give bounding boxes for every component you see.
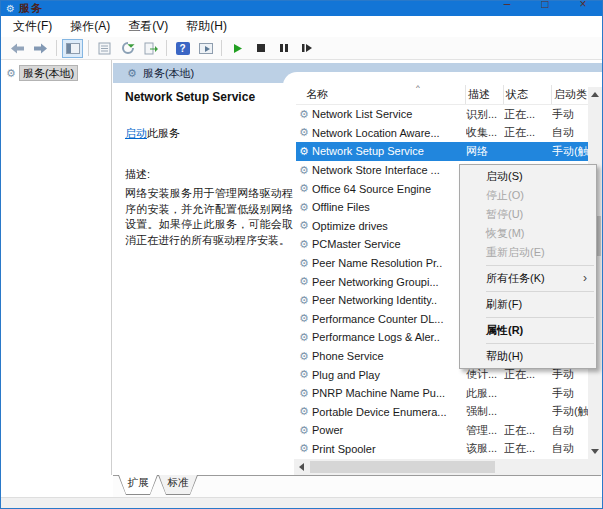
back-icon[interactable] — [7, 39, 28, 58]
forward-icon[interactable] — [30, 39, 51, 58]
toolbar-separator — [221, 40, 222, 56]
scroll-up-icon[interactable] — [588, 87, 602, 102]
service-gear-icon: ⚙ — [296, 145, 312, 158]
properties-icon[interactable] — [94, 39, 115, 58]
service-name-cell: Offline Files — [312, 201, 466, 213]
band-title: 服务(本地) — [143, 66, 194, 81]
stop-service-icon[interactable] — [250, 39, 271, 58]
maximize-button[interactable]: □ — [530, 1, 560, 11]
scroll-down-icon[interactable] — [588, 444, 602, 459]
show-action-pane-icon[interactable] — [195, 39, 216, 58]
pause-service-icon[interactable] — [273, 39, 294, 58]
service-name-cell: PNRP Machine Name Pu... — [312, 387, 466, 399]
service-name-cell: Print Spooler — [312, 443, 466, 455]
service-gear-icon: ⚙ — [296, 350, 312, 363]
column-header-name[interactable]: 名称 ^ — [296, 85, 466, 104]
sort-ascending-icon: ^ — [416, 83, 420, 92]
context-menu-item: 重新启动(E) — [460, 243, 596, 262]
column-header-startup-type[interactable]: 启动类 — [552, 85, 588, 104]
show-console-tree-icon[interactable] — [62, 39, 83, 58]
service-startup-cell: 自动 — [552, 441, 588, 456]
menu-separator — [486, 317, 594, 318]
service-startup-cell: 手动(触 — [552, 404, 588, 419]
extended-info-panel: Network Setup Service 启动此服务 描述: 网络安装服务用于… — [125, 90, 285, 248]
menu-separator — [486, 265, 594, 266]
service-description-cell: 强制... — [466, 404, 504, 419]
menu-bar: 文件(F)操作(A)查看(V)帮助(H) — [1, 16, 602, 37]
start-service-line: 启动此服务 — [125, 126, 285, 141]
service-gear-icon: ⚙ — [296, 368, 312, 381]
window-title: 服务 — [19, 1, 43, 16]
service-startup-cell: 自动 — [552, 125, 588, 140]
service-status-cell: 正在... — [504, 125, 552, 140]
menu-item[interactable]: 帮助(H) — [177, 16, 236, 37]
column-header-status[interactable]: 状态 — [504, 85, 552, 104]
export-list-icon[interactable] — [140, 39, 161, 58]
menu-separator — [486, 343, 594, 344]
services-window: ⚙ 服务 – □ × 文件(F)操作(A)查看(V)帮助(H) ? — [0, 0, 603, 509]
tree-item-services-local[interactable]: ⚙ 服务(本地) — [6, 65, 111, 81]
menu-separator — [486, 291, 594, 292]
service-gear-icon: ⚙ — [296, 294, 312, 307]
service-name-cell: Performance Counter DL... — [312, 313, 466, 325]
service-gear-icon: ⚙ — [296, 219, 312, 232]
service-name-cell: Network List Service — [312, 108, 466, 120]
service-gear-icon: ⚙ — [296, 257, 312, 270]
service-name-cell: Power — [312, 424, 466, 436]
service-gear-icon: ⚙ — [296, 387, 312, 400]
service-startup-cell: 手动 — [552, 367, 588, 382]
services-icon: ⚙ — [127, 67, 137, 80]
service-name-cell: Network Setup Service — [312, 145, 466, 157]
service-row[interactable]: ⚙Power管理...正在...自动 — [296, 421, 588, 440]
context-menu-item[interactable]: 刷新(F) — [460, 295, 596, 314]
service-name-cell: Optimize drives — [312, 220, 466, 232]
menu-item[interactable]: 查看(V) — [119, 16, 177, 37]
column-header-description[interactable]: 描述 — [466, 85, 504, 104]
start-service-icon[interactable] — [227, 39, 248, 58]
description-label: 描述: — [125, 167, 285, 182]
context-menu-item[interactable]: 所有任务(K)› — [460, 269, 596, 288]
service-name-cell: Peer Networking Identity.. — [312, 294, 466, 306]
service-startup-cell: 自动 — [552, 423, 588, 438]
help-icon[interactable]: ? — [172, 39, 193, 58]
tab-extended[interactable]: 扩展 — [118, 475, 158, 495]
horizontal-scrollbar-thumb[interactable] — [310, 461, 495, 473]
service-status-cell: 正在... — [504, 423, 552, 438]
submenu-arrow-icon: › — [583, 269, 587, 288]
service-name-cell: Network Store Interface ... — [312, 164, 466, 176]
context-menu-item[interactable]: 启动(S) — [460, 167, 596, 186]
toolbar-separator — [166, 40, 167, 56]
menu-item[interactable]: 操作(A) — [61, 16, 119, 37]
title-bar[interactable]: ⚙ 服务 – □ × — [1, 1, 602, 16]
service-row[interactable]: ⚙Print Spooler该服...正在...自动 — [296, 440, 588, 459]
restart-service-icon[interactable] — [296, 39, 317, 58]
refresh-icon[interactable] — [117, 39, 138, 58]
service-row[interactable]: ⚙Network Location Aware...收集...正在...自动 — [296, 124, 588, 143]
service-gear-icon: ⚙ — [296, 275, 312, 288]
service-gear-icon: ⚙ — [296, 312, 312, 325]
start-service-link[interactable]: 启动 — [125, 127, 147, 139]
service-gear-icon: ⚙ — [296, 442, 312, 455]
context-menu-item[interactable]: 帮助(H) — [460, 347, 596, 366]
scroll-left-icon[interactable] — [294, 459, 308, 475]
service-description: 网络安装服务用于管理网络驱动程序的安装，并允许配置低级别网络设置。如果停止此服务… — [125, 186, 293, 248]
service-name-cell: Network Location Aware... — [312, 127, 466, 139]
service-row[interactable]: ⚙Network List Service识别...正在...手动 — [296, 105, 588, 124]
tab-standard[interactable]: 标准 — [158, 475, 198, 495]
toolbar-separator — [88, 40, 89, 56]
horizontal-scrollbar[interactable] — [294, 459, 588, 475]
service-row[interactable]: ⚙Network Setup Service网络手动(触 — [296, 142, 588, 161]
service-row[interactable]: ⚙Portable Device Enumera...强制...手动(触 — [296, 403, 588, 422]
service-row[interactable]: ⚙PNRP Machine Name Pu...此服...手动 — [296, 384, 588, 403]
minimize-button[interactable]: – — [492, 1, 522, 11]
service-name-cell: Office 64 Source Engine — [312, 183, 466, 195]
context-menu-item: 恢复(M) — [460, 224, 596, 243]
menu-item[interactable]: 文件(F) — [4, 16, 61, 37]
context-menu-item: 停止(O) — [460, 186, 596, 205]
close-button[interactable]: × — [568, 1, 598, 11]
service-gear-icon: ⚙ — [296, 126, 312, 139]
service-name-cell: Portable Device Enumera... — [312, 406, 466, 418]
service-description-cell: 识别... — [466, 107, 504, 122]
context-menu-item[interactable]: 属性(R) — [460, 321, 596, 340]
toolbar-separator — [56, 40, 57, 56]
